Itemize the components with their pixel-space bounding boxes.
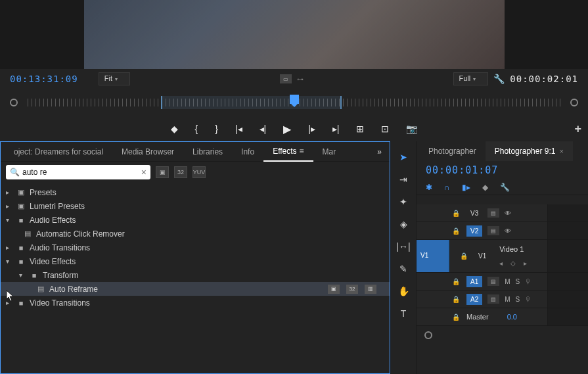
link-icon[interactable]: ⊶ [297, 76, 304, 83]
mute-button[interactable]: M [505, 296, 510, 303]
preview-ruler [0, 89, 588, 116]
tree-item-auto-click-remover[interactable]: ▤ Automatic Click Remover [1, 227, 390, 241]
yuv-filter-icon[interactable]: YUV [192, 166, 206, 178]
play-icon[interactable]: ▶ [283, 123, 291, 135]
go-to-out-icon[interactable]: ▸| [332, 124, 340, 134]
ruler-start-handle[interactable] [10, 99, 18, 106]
tree-audio-transitions[interactable]: ▸ ■ Audio Transitions [1, 241, 390, 254]
in-out-range[interactable] [161, 96, 342, 109]
lock-icon[interactable]: 🔒 [452, 314, 461, 321]
sync-lock-icon[interactable]: ▤ [487, 208, 499, 218]
tree-transform-folder[interactable]: ▾ ■ Transform [1, 268, 390, 282]
tab-project[interactable]: oject: Dreamers for social [5, 142, 112, 162]
playback-quality-select[interactable]: Full▾ [453, 72, 489, 85]
mark-out-icon[interactable]: { [195, 124, 198, 134]
pen-tool-icon[interactable]: ✎ [399, 264, 407, 274]
preview-video-frame[interactable] [84, 0, 505, 69]
lock-icon[interactable]: 🔒 [452, 296, 461, 303]
add-keyframe-icon[interactable]: ◇ [510, 260, 516, 267]
linked-selection-icon[interactable]: ▮▸ [462, 183, 470, 192]
accelerated-filter-icon[interactable]: ▣ [156, 166, 169, 178]
sync-lock-icon[interactable]: ▤ [487, 226, 499, 235]
lock-icon[interactable]: 🔒 [452, 278, 461, 285]
lock-icon[interactable]: 🔒 [460, 252, 469, 260]
mark-in-icon[interactable]: ◆ [171, 124, 178, 134]
snap-icon[interactable]: ✱ [426, 183, 432, 192]
tree-video-transitions[interactable]: ▸ ■ Video Transitions [1, 296, 390, 310]
playhead[interactable] [290, 95, 299, 104]
ruler-end-handle[interactable] [570, 99, 578, 106]
solo-button[interactable]: S [516, 278, 520, 285]
tab-effects[interactable]: Effects ≡ [263, 142, 313, 162]
marker-icon[interactable]: ◆ [482, 183, 488, 192]
go-to-in-icon[interactable]: |◂ [235, 124, 242, 134]
settings-wrench-icon[interactable]: 🔧 [493, 74, 505, 84]
sync-lock-icon[interactable]: ▤ [487, 294, 499, 304]
chevron-down-icon: ▾ [6, 216, 15, 223]
clip-name: Video 1 [495, 245, 527, 253]
slip-tool-icon[interactable]: |↔| [396, 241, 410, 252]
effects-search-box[interactable]: 🔍 × [6, 165, 150, 179]
track-target-a2[interactable]: A2 [466, 294, 482, 305]
track-select-tool-icon[interactable]: ⇥ [399, 174, 407, 185]
program-timecode[interactable]: 00:00:02:01 [510, 74, 578, 84]
tracks-area: 🔒 V3 ▤ 👁 🔒 V2 ▤ 👁 [417, 195, 588, 374]
lock-icon[interactable]: 🔒 [452, 227, 461, 235]
master-value[interactable]: 0.0 [507, 313, 517, 321]
track-target-v3[interactable]: V3 [466, 208, 482, 219]
prev-keyframe-icon[interactable]: ◂ [499, 260, 503, 267]
tab-markers[interactable]: Mar [313, 142, 346, 162]
solo-button[interactable]: S [516, 296, 520, 303]
format-icon[interactable]: ▭ [280, 74, 292, 83]
close-tab-icon[interactable]: × [559, 147, 563, 155]
tab-libraries[interactable]: Libraries [183, 142, 232, 162]
track-target-v2[interactable]: V2 [466, 225, 482, 237]
tree-lumetri-presets[interactable]: ▸ ▣ Lumetri Presets [1, 199, 390, 213]
sequence-tab-photographer-916[interactable]: Photographer 9:1× [486, 141, 573, 161]
32bit-filter-icon[interactable]: 32 [174, 166, 187, 178]
mark-clip-icon[interactable]: } [215, 124, 218, 134]
tree-item-auto-reframe[interactable]: ▤ Auto Reframe ▣ 32 ▥ [1, 282, 390, 296]
razor-tool-icon[interactable]: ◈ [400, 219, 407, 229]
tools-panel: ➤ ⇥ ✦ ◈ |↔| ✎ ✋ T [390, 141, 417, 374]
tab-info[interactable]: Info [232, 142, 263, 162]
tab-media-browser[interactable]: Media Browser [112, 142, 183, 162]
folder-icon: ■ [15, 258, 27, 266]
eye-icon[interactable]: 👁 [505, 210, 511, 217]
ripple-edit-tool-icon[interactable]: ✦ [399, 197, 407, 207]
sequence-tab-photographer[interactable]: Photographer [419, 141, 486, 161]
tree-presets[interactable]: ▸ ▣ Presets [1, 185, 390, 199]
track-target-a1[interactable]: A1 [466, 276, 482, 287]
track-target-v1[interactable]: V1 [474, 250, 490, 262]
step-back-icon[interactable]: ◂| [260, 124, 267, 134]
tree-audio-effects[interactable]: ▾ ■ Audio Effects [1, 213, 390, 227]
effects-search-input[interactable] [22, 168, 141, 177]
insert-icon[interactable]: ⊞ [356, 124, 364, 134]
hand-tool-icon[interactable]: ✋ [398, 286, 409, 296]
clear-search-icon[interactable]: × [141, 167, 147, 177]
panel-menu-icon[interactable]: ≡ [300, 147, 304, 156]
sync-lock-icon[interactable]: ▤ [487, 277, 499, 286]
eye-icon[interactable]: 👁 [505, 227, 511, 235]
timeline-timecode[interactable]: 00:00:01:07 [426, 164, 498, 176]
next-keyframe-icon[interactable]: ▸ [524, 260, 527, 267]
selection-tool-icon[interactable]: ➤ [399, 152, 407, 162]
export-frame-icon[interactable]: 📷 [406, 124, 417, 134]
tab-overflow-icon[interactable]: » [373, 147, 386, 156]
voice-over-icon[interactable]: 🎙 [525, 296, 531, 303]
timeline-settings-icon[interactable]: 🔧 [500, 183, 510, 192]
mute-button[interactable]: M [505, 278, 510, 285]
step-forward-icon[interactable]: |▸ [308, 124, 315, 134]
tree-video-effects[interactable]: ▾ ■ Video Effects [1, 254, 390, 268]
lock-icon[interactable]: 🔒 [452, 210, 461, 217]
add-button-icon[interactable]: + [574, 122, 581, 136]
overwrite-icon[interactable]: ⊡ [381, 124, 389, 134]
zoom-level-select[interactable]: Fit▾ [99, 72, 130, 85]
voice-over-icon[interactable]: 🎙 [525, 278, 531, 285]
source-patch-v1[interactable]: V1 [417, 240, 449, 272]
ruler-track[interactable] [28, 95, 560, 110]
zoom-handle-icon[interactable] [424, 331, 432, 339]
magnet-icon[interactable]: ∩ [444, 183, 450, 192]
type-tool-icon[interactable]: T [401, 308, 407, 319]
source-timecode[interactable]: 00:13:31:09 [10, 74, 78, 84]
